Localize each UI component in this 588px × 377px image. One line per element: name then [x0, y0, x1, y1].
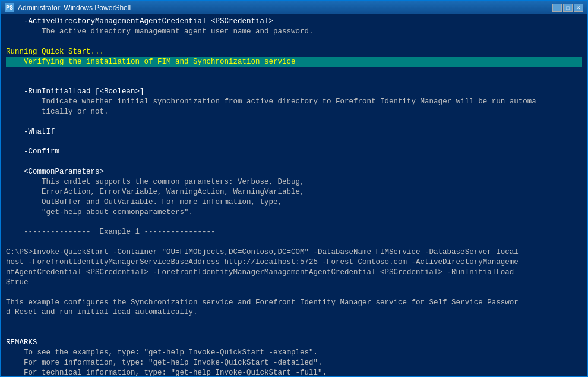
- powershell-window: PS Administrator: Windows PowerShell – □…: [0, 0, 588, 377]
- maximize-button[interactable]: □: [563, 4, 573, 12]
- title-bar-left: PS Administrator: Windows PowerShell: [5, 3, 131, 12]
- title-buttons[interactable]: – □ ✕: [552, 4, 583, 12]
- console-output[interactable]: -ActiveDirectoryManagementAgentCredentia…: [1, 14, 587, 376]
- window-icon: PS: [5, 3, 14, 12]
- minimize-button[interactable]: –: [552, 4, 562, 12]
- close-button[interactable]: ✕: [574, 4, 583, 12]
- title-bar: PS Administrator: Windows PowerShell – □…: [1, 1, 587, 14]
- window-title: Administrator: Windows PowerShell: [18, 4, 131, 12]
